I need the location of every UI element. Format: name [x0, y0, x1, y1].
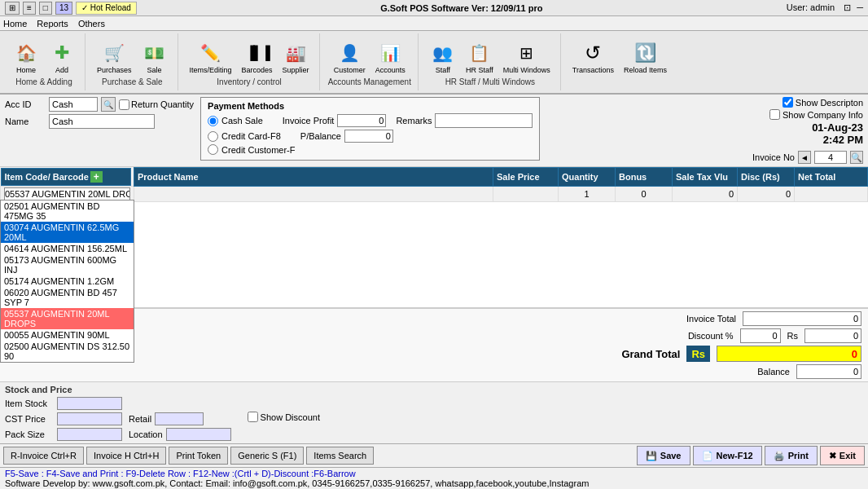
- items-editing-button[interactable]: ✏️ Items/Editing: [186, 38, 235, 76]
- acc-id-input[interactable]: [49, 97, 98, 112]
- exit-button[interactable]: ✖ Exit: [820, 446, 865, 465]
- invoice-no-input[interactable]: [814, 151, 847, 164]
- acc-id-row: Acc ID 🔍 Return Quantity: [5, 97, 194, 112]
- menu-others[interactable]: Others: [78, 19, 105, 29]
- credit-customer-radio[interactable]: [208, 144, 218, 155]
- home-button[interactable]: 🏠 Home: [10, 38, 42, 76]
- net-total-cell: [795, 186, 868, 201]
- autocomplete-item[interactable]: 02139 AUGMENTIN 625MG: [1, 362, 134, 363]
- remarks-input[interactable]: [435, 113, 533, 128]
- supplier-button[interactable]: 🏭 Supplier: [279, 38, 313, 76]
- discount-percent-input[interactable]: [740, 328, 781, 343]
- accounts-button[interactable]: 📊 Accounts: [372, 38, 409, 76]
- print-button[interactable]: 🖨️ Print: [765, 446, 818, 465]
- autocomplete-item[interactable]: 05173 AUGMENTIN 600MG INJ: [1, 254, 134, 275]
- cash-sale-radio-row: Cash Sale Invoice Profit Remarks: [208, 113, 533, 128]
- credit-customer-radio-row: Credit Customer-F: [208, 144, 533, 155]
- purchases-button[interactable]: 🛒 Purchases: [94, 38, 135, 76]
- autocomplete-item[interactable]: 00055 AUGMENTIN 90ML: [1, 329, 134, 341]
- r-invoice-button[interactable]: R-Invoice Ctrl+R: [3, 447, 84, 465]
- reload-items-button[interactable]: 🔃 Reload Items: [620, 38, 670, 76]
- hr-icon: 📋: [467, 40, 493, 66]
- p-balance-input[interactable]: [344, 130, 393, 143]
- cash-sale-radio[interactable]: [208, 116, 218, 126]
- new-f12-button[interactable]: 📄 New-F12: [693, 446, 762, 465]
- barcodes-button[interactable]: ▐▌▐ Barcodes: [239, 38, 276, 76]
- item-code-input[interactable]: [4, 187, 130, 200]
- date-display: 01-Aug-23: [812, 121, 863, 134]
- new-icon: 📄: [702, 451, 713, 461]
- stock-price-section: Stock and Price Item Stock CST Price Ret…: [0, 381, 868, 443]
- grand-total-input[interactable]: [717, 346, 861, 362]
- location-input[interactable]: [166, 428, 231, 441]
- print-token-button[interactable]: Print Token: [169, 447, 228, 465]
- title-bar-user: User: admin ⊡ ─: [787, 2, 863, 13]
- multiwindows-icon: ⊞: [514, 40, 540, 66]
- acc-search-button[interactable]: 🔍: [101, 97, 116, 112]
- autocomplete-item[interactable]: 06020 AUGMENTIN BD 457 SYP 7: [1, 287, 134, 308]
- customer-button[interactable]: 👤 Customer: [331, 38, 369, 76]
- invoice-total-row: Invoice Total: [7, 311, 861, 326]
- right-panel: Show Descripton Show Company Info 01-Aug…: [752, 97, 863, 164]
- counter3-icon: □: [39, 2, 52, 15]
- autocomplete-item[interactable]: 05537 AUGMENTIN 20ML DROPS: [1, 308, 134, 329]
- item-stock-input[interactable]: [57, 397, 122, 410]
- invoice-prev-button[interactable]: ◄: [798, 151, 811, 164]
- autocomplete-item[interactable]: 02500 AUGMENTIN DS 312.50 90: [1, 341, 134, 362]
- autocomplete-item[interactable]: 05174 AUGMENTIN 1.2GM: [1, 275, 134, 287]
- show-discount-checkbox[interactable]: [248, 412, 258, 422]
- show-description-row: Show Descripton: [783, 97, 863, 108]
- tax-cell: 0: [673, 186, 738, 201]
- balance-input[interactable]: [796, 364, 861, 379]
- hot-reload-btn[interactable]: ✓ Hot Reload: [76, 2, 137, 15]
- payment-panel: Payment Methods Cash Sale Invoice Profit…: [200, 97, 540, 161]
- grand-total-rs: Rs: [686, 346, 710, 362]
- minimize-icon[interactable]: ─: [857, 2, 863, 12]
- add-row-button[interactable]: +: [90, 171, 103, 183]
- invoice-search-button[interactable]: 🔍: [850, 151, 863, 164]
- credit-card-radio[interactable]: [208, 131, 218, 142]
- retail-input[interactable]: [155, 412, 204, 425]
- show-description-checkbox[interactable]: [783, 97, 793, 108]
- invoice-h-button[interactable]: Invoice H Ctrl+H: [86, 447, 166, 465]
- invoice-total-input[interactable]: [743, 311, 861, 326]
- autocomplete-item[interactable]: 02501 AUGMENTIN BD 475MG 35: [1, 200, 134, 222]
- remarks-label: Remarks: [396, 116, 432, 126]
- transactions-button[interactable]: ↺ Transactions: [569, 38, 617, 76]
- toolbar-group-inventory: ✏️ Items/Editing ▐▌▐ Barcodes 🏭 Supplier…: [180, 33, 320, 90]
- item-stock-label: Item Stock: [5, 399, 54, 408]
- autocomplete-item[interactable]: 03074 AUGMENTIN 62.5MG 20ML: [1, 222, 134, 243]
- staff-button[interactable]: 👥 Staff: [427, 38, 459, 76]
- return-quantity-checkbox[interactable]: [119, 99, 129, 110]
- hr-button[interactable]: 📋 HR Staff: [462, 38, 497, 76]
- show-company-info-checkbox[interactable]: [769, 109, 780, 120]
- name-input[interactable]: [49, 114, 155, 129]
- reload-icon: 🔃: [632, 40, 658, 66]
- customer-icon: 👤: [336, 40, 362, 66]
- col-header-bonus: Bonus: [616, 168, 673, 187]
- cst-price-input[interactable]: [57, 412, 122, 425]
- restore-icon[interactable]: ⊡: [844, 2, 851, 12]
- qty-cell: 1: [559, 186, 616, 201]
- discount-row: Discount % Rs: [7, 328, 861, 343]
- generic-s-button[interactable]: Generic S (F1): [230, 447, 304, 465]
- invoice-profit-input[interactable]: [337, 114, 386, 127]
- return-quantity-checkbox-label: Return Quantity: [119, 99, 194, 110]
- autocomplete-item[interactable]: 04614 AUGMENTIN 156.25ML: [1, 243, 134, 254]
- discount-rs-input[interactable]: [804, 328, 861, 343]
- main-content: Acc ID 🔍 Return Quantity Name Payment Me…: [0, 95, 868, 489]
- menu-home[interactable]: Home: [3, 19, 27, 29]
- pack-size-input[interactable]: [57, 428, 122, 441]
- toolbar-group-accounts: 👤 Customer 📊 Accounts Accounts Managemen…: [322, 33, 419, 90]
- sale-button[interactable]: 💵 Sale: [138, 38, 171, 76]
- col-header-qty: Quantity: [559, 168, 616, 187]
- accounts-icon: 📊: [377, 40, 403, 66]
- menu-reports[interactable]: Reports: [37, 19, 68, 29]
- invoice-no-label: Invoice No: [752, 152, 795, 162]
- items-search-button[interactable]: Items Search: [306, 447, 374, 465]
- add-button[interactable]: ✚ Add: [46, 38, 78, 76]
- sale-price-cell: [493, 186, 559, 201]
- multiwindows-button[interactable]: ⊞ Multi Windows: [500, 38, 554, 76]
- items-editing-icon: ✏️: [198, 40, 224, 66]
- save-button[interactable]: 💾 Save: [637, 446, 690, 465]
